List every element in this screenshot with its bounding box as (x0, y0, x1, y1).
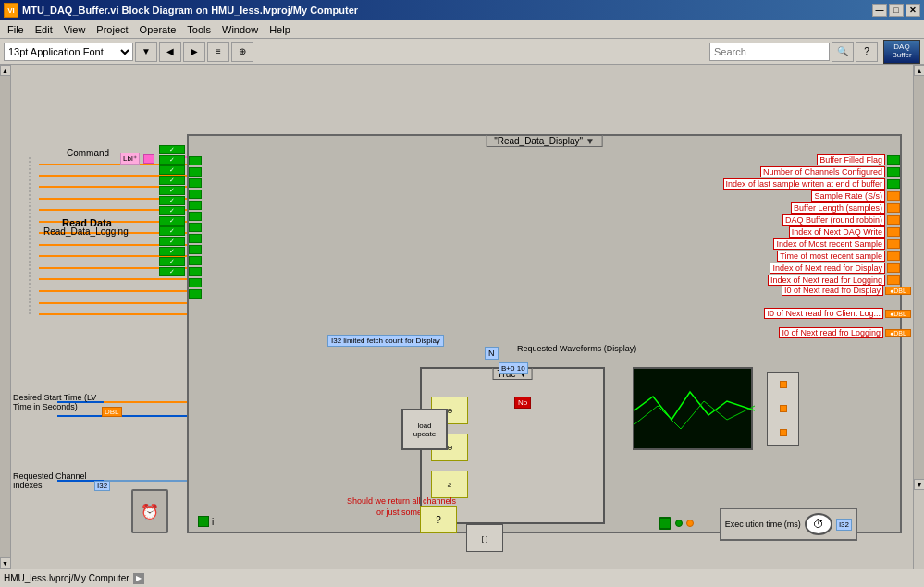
status-bar: HMU_less.lvproj/My Computer ▶ (0, 569, 924, 587)
output-label-7: Index of Next DAQ Write (789, 226, 885, 238)
output-label-9: Time of most recent sample (777, 251, 885, 262)
lt-7: ✓ (159, 206, 185, 215)
terminal-row-7 (189, 223, 202, 232)
terminal-green-2 (189, 167, 202, 177)
terminal-green-1 (189, 156, 202, 165)
window-title: MTU_DAQ_Buffer.vi Block Diagram on HMU_l… (22, 5, 358, 16)
output-label-6: DAQ Buffer (round robbin) (782, 214, 885, 226)
menu-operate[interactable]: Operate (134, 22, 182, 37)
output-label-5: Buffer Length (samples) (791, 202, 885, 214)
out-terminal-3 (780, 429, 787, 436)
toolbar-btn-4[interactable]: ≡ (207, 42, 229, 62)
font-select[interactable]: 13pt Application Font (4, 43, 133, 61)
toolbar-btn-3[interactable]: ▶ (183, 42, 205, 62)
output-10: Index of Next read for Display (723, 263, 900, 274)
output-4: Sample Rate (S/s) (723, 190, 900, 202)
terminal-green-3 (189, 178, 202, 188)
output-9: Time of most recent sample (723, 251, 900, 262)
output-terminal-4 (887, 191, 900, 201)
menu-tools[interactable]: Tools (181, 22, 216, 37)
extra-label-text-3: I0 of Next read fro Logging (779, 327, 883, 338)
extra-label-2: I0 of Next read fro Client Log... ●DBL (764, 308, 911, 319)
output-label-1: Buffer Filled Flag (817, 154, 885, 165)
status-path: HMU_less.lvproj/My Computer (4, 573, 129, 583)
output-label-2: Number of Channels Configured (760, 166, 885, 177)
func-block-3: ≥ (431, 471, 468, 498)
n-const: N (485, 347, 499, 360)
lt-2: ✓ (159, 155, 185, 165)
title-bar-controls[interactable]: — □ ✕ (872, 4, 920, 17)
menu-file[interactable]: File (2, 22, 30, 37)
output-8: Index of Most recent Sample (723, 238, 900, 250)
lt-11: ✓ (159, 247, 185, 256)
out-terminal-2 (780, 405, 787, 412)
toolbar-btn-5[interactable]: ⊕ (231, 42, 253, 62)
extra-label-1: I0 of Next read fro Display ●DBL (764, 285, 911, 296)
lt-4: ✓ (159, 176, 185, 185)
lt-13: ✓ (159, 267, 185, 276)
waveform-display (633, 367, 753, 450)
scroll-up-right[interactable]: ▲ (914, 65, 924, 76)
menu-window[interactable]: Window (216, 22, 264, 37)
terminal-green-5 (189, 201, 202, 210)
menu-view[interactable]: View (58, 22, 92, 37)
output-3: Index of last sample writen at end of bu… (723, 178, 900, 190)
subvi-title: "Read_Data_Display" ▼ (486, 135, 603, 147)
iteration-dots (659, 517, 694, 530)
output-label-3: Index of last sample writen at end of bu… (723, 178, 885, 190)
menu-help[interactable]: Help (264, 22, 296, 37)
select-block: ? (420, 506, 457, 533)
terminal-row-10 (189, 256, 202, 265)
search-button[interactable]: 🔍 (832, 42, 854, 62)
lt-10: ✓ (159, 237, 185, 246)
dbl-badge-1: ●DBL (885, 287, 911, 295)
search-input[interactable] (709, 43, 830, 61)
output-terminal-11 (887, 275, 900, 285)
maximize-button[interactable]: □ (889, 4, 904, 17)
output-2: Number of Channels Configured (723, 166, 900, 177)
output-terminal-9 (887, 251, 900, 261)
help-button[interactable]: ? (856, 42, 878, 62)
read-data-label: Read Data (62, 217, 112, 228)
scroll-track-left[interactable] (0, 76, 10, 557)
close-button[interactable]: ✕ (906, 4, 920, 17)
minimize-button[interactable]: — (872, 4, 887, 17)
terminal-green-12 (189, 278, 202, 287)
status-arrow: ▶ (133, 573, 144, 584)
lt-1: ✓ (159, 145, 185, 154)
terminal-green-8 (189, 234, 202, 243)
toolbar-btn-2[interactable]: ◀ (159, 42, 181, 62)
output-6: DAQ Buffer (round robbin) (723, 214, 900, 226)
output-terminal-6 (887, 215, 900, 225)
dbl-terminal-1: DBL (102, 407, 122, 417)
menu-project[interactable]: Project (91, 22, 133, 37)
output-terminal-7 (887, 227, 900, 237)
block-diagram-canvas: "Read_Data_Display" ▼ (11, 65, 913, 569)
scroll-up[interactable]: ▲ (0, 65, 11, 76)
toolbar-btn-1[interactable]: ▼ (135, 42, 157, 62)
output-terminal-1 (887, 155, 900, 165)
i32-terminal-1: I32 (94, 481, 110, 491)
left-terminals (189, 154, 202, 299)
iter-dot (675, 520, 683, 527)
menu-bar: File Edit View Project Operate Tools Win… (0, 20, 924, 39)
terminal-green-6 (189, 212, 202, 221)
load-update-block: loadupdate (401, 409, 448, 450)
terminal-row-4 (189, 190, 202, 199)
terminal-green-9 (189, 245, 202, 254)
terminal-green-4 (189, 190, 202, 199)
left-scrollbar[interactable]: ▲ ▼ (0, 65, 11, 569)
scroll-track-right[interactable] (914, 76, 924, 479)
scroll-down-right[interactable]: ▼ (914, 479, 924, 490)
lt-8: ✓ (159, 216, 185, 226)
clock-symbol: ⏰ (141, 503, 159, 520)
i32-fetch-const: I32 limited fetch count for Display (327, 335, 444, 347)
command-indicator: Lbl⁺ (120, 153, 140, 165)
execution-time-block: Exec ution time (ms) ⏱ I32 (720, 508, 857, 541)
right-scrollbar[interactable]: ▲ ▼ (913, 65, 924, 569)
i32-exec: I32 (836, 519, 852, 531)
scroll-down[interactable]: ▼ (0, 557, 11, 569)
lt-3: ✓ (159, 165, 185, 175)
dag-buffer-button[interactable]: DAQBuffer (883, 40, 920, 64)
menu-edit[interactable]: Edit (30, 22, 58, 37)
